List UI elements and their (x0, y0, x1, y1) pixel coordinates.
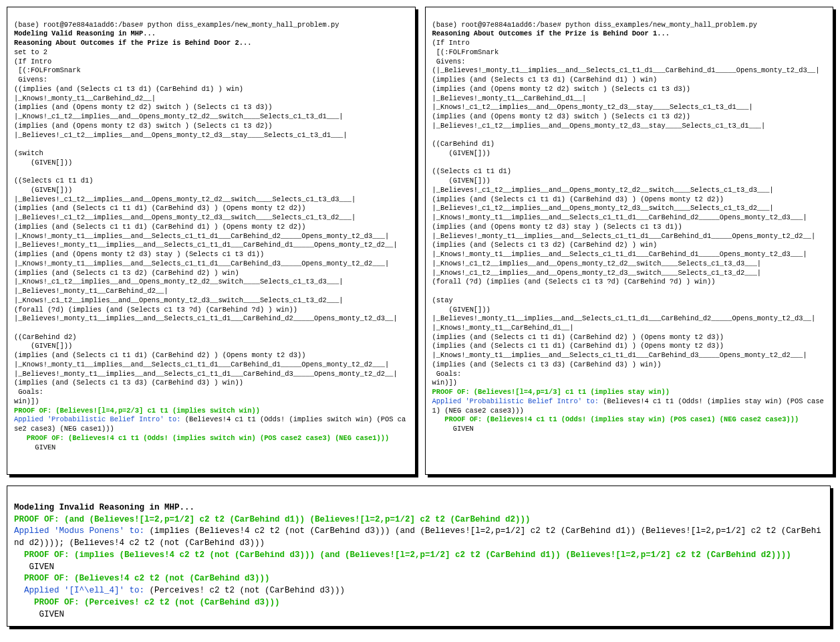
heading-door1: Reasoning About Outcomes if the Prize is… (432, 29, 670, 37)
given-marker: GIVEN (14, 610, 64, 619)
top-row: (base) root@97e884a1add6:/base# python d… (7, 7, 833, 475)
bottom-terminal-panel: Modeling Invalid Reasoning in MHP... PRO… (7, 486, 831, 627)
applied-args: (Perceives! c2 t2 (not (CarBehind d3))) (144, 586, 345, 595)
proof-line: PROOF OF: (implies (Believes!4 c2 t2 (no… (14, 550, 791, 560)
right-body: (If Intro [(:FOLFromSnark Givens: (|_Bel… (432, 39, 820, 387)
proof-line: PROOF OF: (Believes!4 c1 t1 (Odds! (impl… (14, 434, 389, 442)
heading-invalid: Modeling Invalid Reasoning in MHP... (14, 503, 194, 512)
applied-keyword: Applied 'Probabilistic Belief Intro' to: (432, 397, 599, 405)
proof-line: PROOF OF: (Perceives! c2 t2 (not (CarBeh… (14, 598, 280, 607)
given-marker: GIVEN (432, 425, 474, 433)
applied-keyword: Applied 'Probabilistic Belief Intro' to: (14, 415, 180, 423)
given-marker: GIVEN (14, 443, 55, 451)
applied-keyword: Applied 'Modus Ponens' to: (14, 526, 144, 536)
proof-line: PROOF OF: (Believes![l=4,p=2/3] c1 t1 (i… (14, 407, 260, 415)
applied-keyword: Applied '[I^\ell_4]' to: (14, 586, 144, 595)
right-terminal-panel: (base) root@97e884a1add6:/base# python d… (425, 7, 834, 475)
proof-line: PROOF OF: (and (Believes![l=2,p=1/2] c2 … (14, 515, 531, 524)
proof-line: PROOF OF: (Believes![l=4,p=1/3] c1 t1 (i… (432, 388, 670, 396)
left-body: set to 2 (If Intro [(:FOLFromSnark Given… (14, 48, 398, 405)
left-terminal-panel: (base) root@97e884a1add6:/base# python d… (7, 7, 416, 475)
given-marker: GIVEN (14, 562, 54, 572)
proof-line: PROOF OF: (Believes!4 c1 t1 (Odds! (impl… (432, 415, 799, 423)
prompt-line: (base) root@97e884a1add6:/base# python d… (432, 21, 757, 29)
prompt-line: (base) root@97e884a1add6:/base# python d… (14, 21, 339, 29)
heading-door2: Reasoning About Outcomes if the Prize is… (14, 39, 251, 47)
heading-valid: Modeling Valid Reasoning in MHP... (14, 29, 156, 37)
proof-line: PROOF OF: (Believes!4 c2 t2 (not (CarBeh… (14, 574, 270, 583)
